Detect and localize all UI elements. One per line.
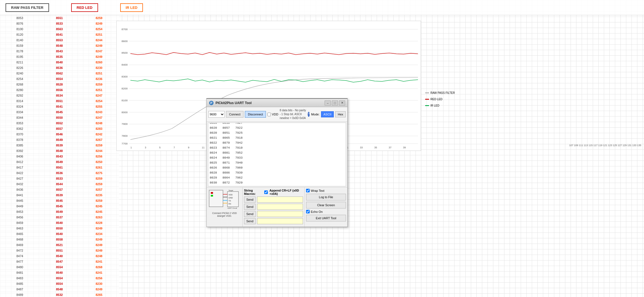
connect-button[interactable]: Connect [226,111,243,118]
list-item: 8545 [40,203,79,209]
svg-text:8100: 8100 [122,99,128,102]
help-icon[interactable]: ? [308,112,310,117]
close-button[interactable]: ✕ [339,100,345,105]
list-item: 8256 [79,275,119,281]
list-item: 8249 [79,43,119,48]
list-item: 8370 [0,131,40,137]
list-item: 8242 [79,131,119,137]
macro-send-btn-2[interactable]: Send [244,204,256,210]
list-item: 8249 [79,248,119,253]
circuit-svg: VDD GND TX RX Target UART Circuit [209,189,240,211]
macro-input-2[interactable] [257,204,303,210]
list-item: 8250 [79,159,119,165]
raw-legend-dot [425,92,429,93]
svg-text:UART Circuit: UART Circuit [227,207,237,209]
svg-text:7700: 7700 [122,142,128,145]
list-item: 8020 8038 7927 [210,123,344,125]
exit-uart-tool-button[interactable]: Exit UART Tool [306,215,346,221]
list-item: 8540 [40,60,79,65]
vdd-checkbox[interactable] [267,113,271,116]
list-item: 8248 [79,253,119,259]
svg-text:33: 33 [360,146,363,149]
list-item: 8247 [79,48,119,54]
baud-rate-select[interactable]: 9600 19200 38400 57600 115200 [208,111,225,118]
svg-text:RX: RX [229,203,231,205]
list-item: 8477 [0,259,40,264]
echo-on-checkbox[interactable] [306,210,310,213]
list-item: 8558 [40,237,79,242]
list-item: 8456 [0,215,40,220]
list-item: 8267 [79,137,119,143]
list-item: 8076 [0,21,40,26]
list-item: 8254 [79,26,119,32]
list-item: 8453 [0,209,40,215]
list-item: 8417 [0,165,40,170]
macro-send-btn-4[interactable]: Send [244,218,256,224]
macro-row-3: Send [244,211,303,217]
uart-title-icon: P [209,100,214,105]
data-columns: 8053807681008120814081598178819582118226… [0,15,119,297]
list-item: 8445 [0,198,40,203]
list-item: 8533 [40,176,79,181]
list-item: 8539 [40,143,79,148]
svg-rect-45 [211,192,213,194]
list-item: 8436 [0,187,40,192]
list-item: 8485 [0,281,40,286]
svg-text:7: 7 [174,146,175,149]
macro-input-4[interactable] [257,218,303,224]
maximize-button[interactable]: □ [332,100,338,105]
red-data-column: 8551853385638541855385488543853585408536… [40,15,79,297]
chart-legend: RAW PASS FILTER RED LED IR LED [425,91,641,110]
vdd-checkbox-group: VDD [267,113,278,116]
clear-screen-button[interactable]: Clear Screen [306,202,346,208]
list-item: 8249 [79,237,119,242]
log-to-file-button[interactable]: Log to File [306,194,346,200]
list-item: 8487 [0,286,40,292]
list-item: 8251 [79,87,119,93]
macro-send-btn-1[interactable]: Send [244,197,256,203]
uart-window-buttons: – □ ✕ [325,100,345,105]
circuit-caption: Connect PICkit 2 VDD &target VDD. [208,212,241,217]
uart-title-text: PICkit2Plus UART Tool [215,101,325,105]
list-item: 8489 [0,292,40,297]
list-item: 8120 [0,32,40,37]
list-item: 8528 [40,82,79,87]
svg-rect-46 [211,195,213,197]
macro-title: String Macros: [244,189,263,195]
wrap-text-checkbox[interactable] [306,189,310,192]
list-item: 8536 [40,65,79,71]
macro-send-btn-3[interactable]: Send [244,211,256,217]
uart-terminal[interactable]: 8021 8078 79188020 8034 79128020 8051 79… [208,123,346,186]
hex-mode-button[interactable]: Hex [335,111,346,117]
macro-input-3[interactable] [257,211,303,217]
list-item: 8140 [0,37,40,43]
list-item: 8556 [40,87,79,93]
list-item: 8053 [0,15,40,21]
disconnect-button[interactable]: Disconnect [245,111,266,118]
list-item: 8557 [40,126,79,131]
list-item: 8422 [0,170,40,176]
list-item: 8024 8081 7952 [210,150,344,155]
list-item: 8412 [0,159,40,165]
list-item: 8240 [0,71,40,76]
svg-text:8500: 8500 [122,51,128,55]
list-item: 8249 [79,21,119,26]
svg-text:11: 11 [202,146,204,149]
list-item: 8549 [40,209,79,215]
header-row: RAW PASS FILTER RED LED IR LED [0,0,644,15]
macro-input-1[interactable] [257,197,303,203]
ascii-mode-button[interactable]: ASCII [321,111,334,117]
list-item: 8449 [0,203,40,209]
minimize-button[interactable]: – [325,100,331,105]
list-item: 8540 [40,220,79,226]
list-item: 8259 [79,181,119,187]
list-item: 8554 [40,264,79,270]
macro-row-1: Send [244,197,303,203]
ir-data-column: 8259824982548251824482498247824982608230… [79,15,119,297]
list-item: 8249 [79,226,119,231]
wrap-text-label: Wrap Text [311,189,324,192]
append-cr-lf-checkbox[interactable] [264,190,268,194]
list-item: 8540 [40,270,79,275]
svg-text:7900: 7900 [122,122,128,125]
list-item: 8548 [40,148,79,154]
